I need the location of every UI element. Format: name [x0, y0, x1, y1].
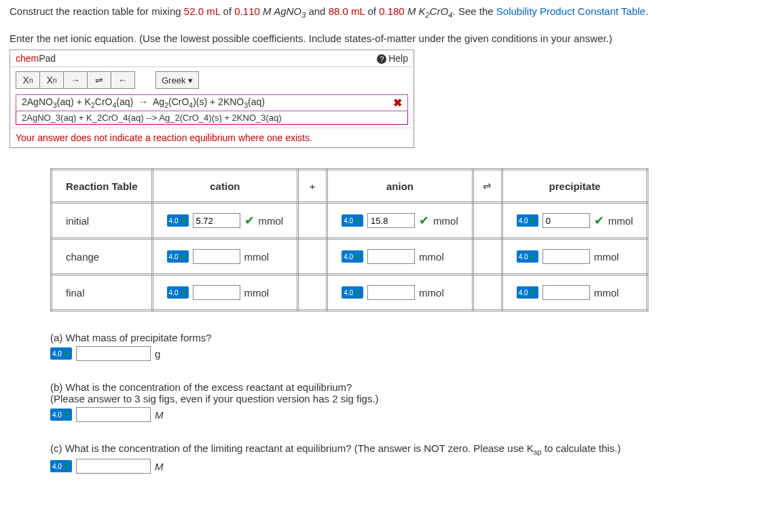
check-icon: ✔: [63, 349, 70, 358]
solubility-table-link[interactable]: Solubility Product Constant Table: [496, 5, 646, 17]
header-precip: precipitate: [502, 170, 648, 203]
answer-input[interactable]: [543, 213, 590, 228]
spacer: [473, 203, 502, 239]
check-icon: ✔: [354, 288, 361, 297]
superscript-button[interactable]: Xn: [39, 71, 64, 89]
text: of: [365, 5, 379, 17]
table-row-change: change 4.0✔ mmol 4.0✔ mmol 4.0✔: [52, 239, 648, 275]
spacer: [298, 203, 327, 239]
points-badge[interactable]: 4.0✔: [342, 286, 363, 299]
unit-label: g: [155, 348, 160, 360]
cell-initial-anion: 4.0✔ ✔ mmol: [327, 203, 473, 239]
raw-text: 2AgNO_3(aq) + K_2CrO_4(aq) --> Ag_2(CrO_…: [22, 113, 282, 123]
conc-2: 0.180: [379, 5, 407, 17]
spacer: [473, 239, 502, 275]
conc-1: 0.110: [234, 5, 263, 17]
points-badge[interactable]: 4.0✔: [50, 347, 72, 360]
question-b: (b) What is the concentration of the exc…: [50, 381, 762, 422]
header-cation: cation: [152, 170, 298, 203]
equilibrium-button[interactable]: ⇌: [87, 71, 111, 89]
answer-input[interactable]: [367, 213, 415, 228]
points-badge[interactable]: 4.0✔: [517, 214, 538, 227]
cell-initial-cation: 4.0✔ ✔ mmol: [152, 203, 298, 239]
chevron-down-icon: ▾: [188, 75, 193, 86]
volume-1: 52.0 mL: [184, 5, 221, 17]
prompt: (b) What is the concentration of the exc…: [50, 381, 762, 393]
answer-input[interactable]: [543, 249, 590, 264]
check-icon: ✔: [180, 216, 187, 225]
points-badge[interactable]: 4.0✔: [342, 250, 363, 263]
points-badge[interactable]: 4.0✔: [517, 286, 538, 299]
answer-input[interactable]: [367, 249, 415, 264]
points-badge[interactable]: 4.0✔: [50, 408, 72, 421]
unit-label: mmol: [594, 251, 619, 263]
chem-pad-toolbar: Xn Xn → ⇌ ← Greek ▾: [10, 67, 413, 93]
unit-label: mmol: [433, 215, 458, 227]
text: . See the: [453, 5, 496, 17]
reagent-1: M AgNO3: [263, 5, 306, 17]
check-icon: ✔: [530, 252, 536, 261]
answer-input[interactable]: [76, 346, 151, 361]
header-title: Reaction Table: [52, 170, 153, 203]
unit-label: M: [155, 409, 164, 421]
unit-label: mmol: [419, 251, 444, 263]
points-badge[interactable]: 4.0✔: [167, 250, 189, 263]
table-row-initial: initial 4.0✔ ✔ mmol 4.0✔ ✔ mmol: [52, 203, 648, 239]
header-anion: anion: [327, 170, 473, 203]
unit-label: M: [155, 461, 164, 472]
points-badge[interactable]: 4.0✔: [167, 286, 189, 299]
unit-label: mmol: [259, 215, 284, 227]
text: .: [646, 5, 648, 17]
back-button[interactable]: ←: [111, 71, 135, 89]
points-badge[interactable]: 4.0✔: [342, 214, 363, 227]
incorrect-icon: ✖: [393, 96, 402, 109]
answer-input[interactable]: [543, 285, 590, 300]
question-a: (a) What mass of precipitate forms? 4.0✔…: [50, 332, 762, 361]
reaction-table-container: Reaction Table cation + anion ⇌ precipit…: [50, 168, 762, 311]
check-icon: ✔: [180, 252, 187, 261]
prompt: (c) What is the concentration of the lim…: [50, 442, 762, 456]
help-icon: ?: [377, 54, 386, 64]
text: and: [306, 5, 328, 17]
spacer: [473, 275, 502, 311]
feedback-message: Your answer does not indicate a reaction…: [10, 128, 413, 147]
instructions: Enter the net ionic equation. (Use the l…: [10, 33, 762, 44]
check-icon: ✔: [530, 288, 536, 297]
row-label: change: [52, 239, 153, 275]
header-plus: +: [298, 170, 327, 203]
points-badge[interactable]: 4.0✔: [517, 250, 538, 263]
cell-initial-precip: 4.0✔ ✔ mmol: [502, 203, 648, 239]
volume-2: 88.0 mL: [329, 5, 365, 17]
question-c: (c) What is the concentration of the lim…: [50, 442, 762, 474]
equation-text: 2AgNO3(aq) + K2CrO4(aq) → Ag2(CrO4)(s) +…: [22, 96, 265, 109]
unit-label: mmol: [594, 287, 619, 299]
points-badge[interactable]: 4.0✔: [167, 214, 189, 227]
answer-input[interactable]: [193, 249, 240, 264]
text: Construct the reaction table for mixing: [10, 5, 184, 17]
answer-input[interactable]: [193, 213, 240, 228]
cell-change-cation: 4.0✔ mmol: [152, 239, 298, 275]
answer-input[interactable]: [367, 285, 415, 300]
raw-equation-input[interactable]: 2AgNO_3(aq) + K_2CrO_4(aq) --> Ag_2(CrO_…: [16, 111, 408, 125]
cell-final-precip: 4.0✔ mmol: [502, 275, 648, 311]
unit-label: mmol: [244, 287, 270, 299]
table-header-row: Reaction Table cation + anion ⇌ precipit…: [52, 170, 648, 203]
rendered-equation[interactable]: 2AgNO3(aq) + K2CrO4(aq) → Ag2(CrO4)(s) +…: [16, 94, 408, 111]
answer-input[interactable]: [193, 285, 240, 300]
row-label: final: [52, 275, 153, 311]
greek-dropdown[interactable]: Greek ▾: [155, 71, 199, 89]
answer-input[interactable]: [76, 459, 151, 474]
unit-label: mmol: [244, 251, 270, 263]
check-icon: ✔: [530, 216, 536, 225]
cell-change-anion: 4.0✔ mmol: [327, 239, 473, 275]
correct-icon: ✔: [419, 213, 429, 228]
header-equil: ⇌: [473, 170, 502, 203]
points-badge[interactable]: 4.0✔: [50, 460, 72, 472]
subscript-button[interactable]: Xn: [16, 71, 40, 89]
row-label: initial: [52, 203, 153, 239]
arrow-button[interactable]: →: [63, 71, 88, 89]
answer-input[interactable]: [76, 407, 151, 422]
help-link[interactable]: ?Help: [377, 53, 408, 64]
unit-label: mmol: [608, 215, 633, 227]
unit-label: mmol: [419, 287, 444, 299]
